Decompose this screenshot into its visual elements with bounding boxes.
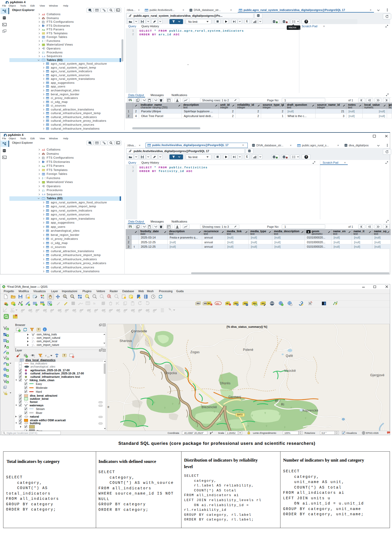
svg-text:Zogas: Zogas xyxy=(190,350,200,354)
svg-text:{·}: {·} xyxy=(42,40,45,42)
svg-text:Çorovode: Çorovode xyxy=(131,329,147,333)
svg-text:abc: abc xyxy=(262,302,265,304)
svg-text:Dhorës: Dhorës xyxy=(220,381,231,385)
svg-text:Sharova: Sharova xyxy=(119,339,132,343)
svg-text:(): () xyxy=(42,189,45,192)
svg-text:an i: an i xyxy=(275,399,280,402)
svg-text:?: ? xyxy=(306,156,307,158)
svg-text:Ri: Ri xyxy=(281,403,284,406)
svg-text:Gjergjovë: Gjergjovë xyxy=(370,373,385,377)
svg-text:a: a xyxy=(43,297,44,299)
svg-text:1..3: 1..3 xyxy=(42,193,45,196)
svg-text:e: e xyxy=(108,405,109,409)
svg-text:abc: abc xyxy=(216,302,219,305)
svg-text:Qafë: Qafë xyxy=(286,354,293,358)
svg-text:Polenë: Polenë xyxy=(243,348,253,352)
svg-text:ε: ε xyxy=(45,354,47,357)
svg-text:Blezenckë: Blezenckë xyxy=(202,405,217,409)
svg-text:abc: abc xyxy=(253,302,256,304)
svg-text:?: ? xyxy=(324,302,325,305)
svg-text:ab: ab xyxy=(208,302,210,304)
svg-text:Germenj: Germenj xyxy=(228,395,241,399)
svg-text:1..3: 1..3 xyxy=(42,55,45,58)
svg-text:fx: fx xyxy=(93,302,96,305)
svg-text:Grepcka: Grepcka xyxy=(164,371,177,375)
svg-text:i: i xyxy=(44,328,45,331)
svg-text:Aa: Aa xyxy=(42,28,45,31)
svg-text:A: A xyxy=(42,13,44,16)
svg-text:abc: abc xyxy=(197,302,200,304)
svg-text:A: A xyxy=(42,149,44,151)
svg-text:[% diva_status_summary() %]: [% diva_status_summary() %] xyxy=(227,325,267,328)
svg-text:(): () xyxy=(42,52,45,54)
svg-text:?: ? xyxy=(306,20,307,23)
svg-text:1:2: 1:2 xyxy=(47,356,49,358)
svg-text:Koprenckë: Koprenckë xyxy=(302,409,318,412)
svg-text:ab: ab xyxy=(226,302,228,304)
svg-text:SH72: SH72 xyxy=(237,413,242,416)
svg-text:Aa: Aa xyxy=(42,165,45,167)
svg-text:Visockë: Visockë xyxy=(284,369,296,373)
svg-text:{·}: {·} xyxy=(42,177,45,180)
